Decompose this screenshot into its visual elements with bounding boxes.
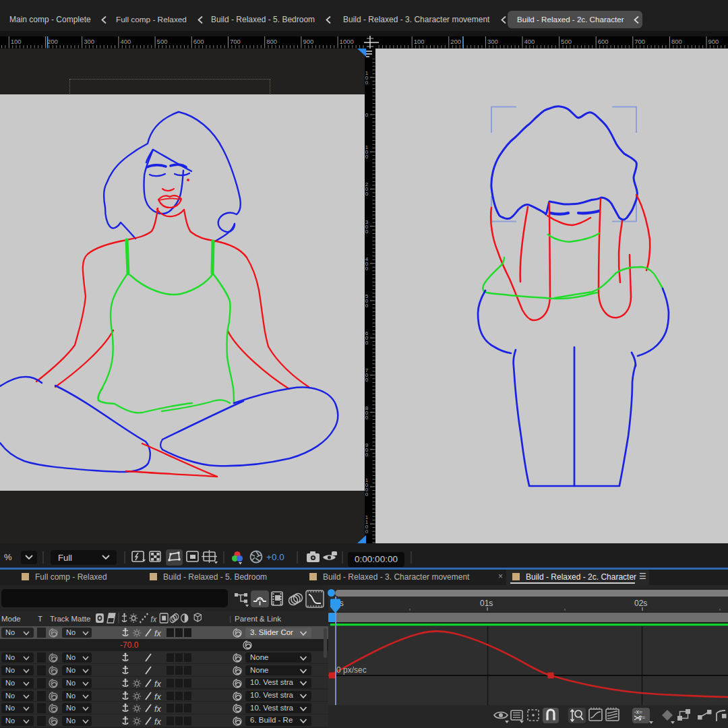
svg-text:fx: fx xyxy=(154,704,161,714)
svg-text:%: % xyxy=(4,552,12,562)
svg-text:0:00:00:00: 0:00:00:00 xyxy=(355,554,398,564)
svg-text:1000: 1000 xyxy=(340,38,354,45)
svg-text:900: 900 xyxy=(303,38,313,45)
svg-text:700: 700 xyxy=(634,38,645,45)
svg-text:fx: fx xyxy=(154,717,161,727)
svg-text:600: 600 xyxy=(193,38,204,45)
svg-text:100: 100 xyxy=(11,38,22,45)
svg-text:Full: Full xyxy=(58,553,72,563)
svg-text:500: 500 xyxy=(561,38,572,45)
svg-text:800: 800 xyxy=(671,38,682,45)
svg-text:fx: fx xyxy=(151,614,157,624)
svg-text:+0.0: +0.0 xyxy=(266,552,284,562)
svg-text:200: 200 xyxy=(450,38,461,45)
svg-text:800: 800 xyxy=(266,38,277,45)
svg-text:400: 400 xyxy=(120,38,131,45)
svg-text:200: 200 xyxy=(47,38,58,45)
svg-text:600: 600 xyxy=(598,38,609,45)
svg-text:300: 300 xyxy=(84,38,94,45)
svg-text:0 px/sec: 0 px/sec xyxy=(336,665,367,675)
svg-text:700: 700 xyxy=(230,38,241,45)
svg-text:100: 100 xyxy=(414,38,425,45)
svg-text:900: 900 xyxy=(708,38,719,45)
svg-text:fx: fx xyxy=(154,629,161,638)
svg-text:300: 300 xyxy=(487,38,498,45)
svg-text:400: 400 xyxy=(524,38,535,45)
svg-text:fx: fx xyxy=(154,692,161,702)
svg-text:fx: fx xyxy=(154,679,161,689)
svg-text:500: 500 xyxy=(157,38,168,45)
